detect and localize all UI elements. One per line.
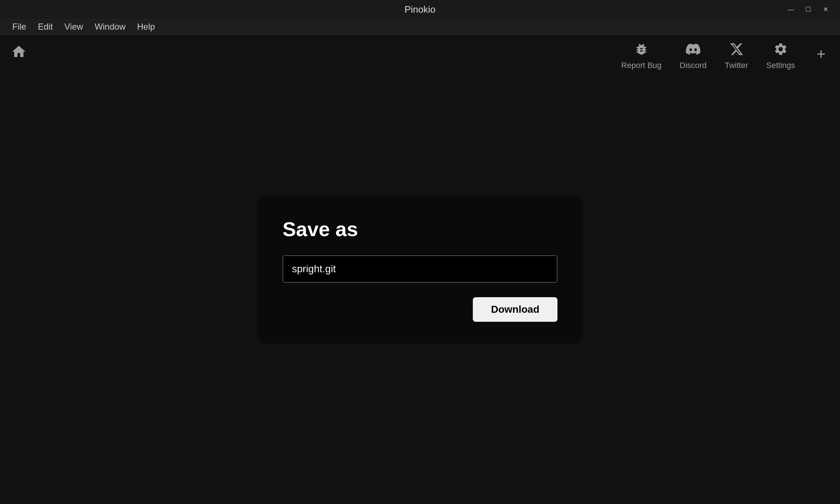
window-controls: — ☐ ✕	[784, 0, 833, 19]
save-as-dialog: Save as Download	[257, 196, 583, 343]
maximize-button[interactable]: ☐	[801, 2, 815, 17]
download-button[interactable]: Download	[473, 297, 557, 322]
app-title: Pinokio	[404, 4, 435, 15]
title-bar: Pinokio — ☐ ✕	[0, 0, 840, 19]
menu-help[interactable]: Help	[132, 20, 160, 34]
dialog-overlay: Save as Download	[0, 35, 840, 504]
filename-input[interactable]	[283, 255, 557, 283]
dialog-title: Save as	[283, 217, 557, 241]
menu-edit[interactable]: Edit	[33, 20, 58, 34]
menu-window[interactable]: Window	[90, 20, 131, 34]
close-button[interactable]: ✕	[818, 2, 833, 17]
menu-file[interactable]: File	[7, 20, 31, 34]
dialog-footer: Download	[283, 297, 557, 322]
main-content: Report Bug Discord Twitter	[0, 35, 840, 504]
minimize-button[interactable]: —	[784, 2, 798, 17]
menu-bar: File Edit View Window Help	[0, 19, 840, 35]
menu-view[interactable]: View	[59, 20, 88, 34]
